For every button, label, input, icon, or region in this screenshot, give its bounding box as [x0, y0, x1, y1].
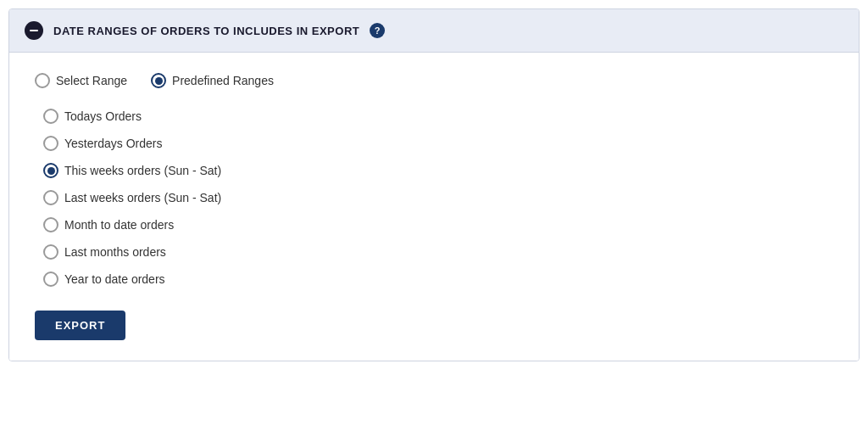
radio-this_week[interactable]	[43, 163, 58, 178]
radio-month_to_date[interactable]	[43, 217, 58, 232]
radio-year_to_date[interactable]	[43, 271, 58, 287]
label-year_to_date: Year to date orders	[64, 272, 165, 286]
label-yesterdays: Yesterdays Orders	[64, 137, 162, 150]
date-ranges-panel: DATE RANGES OF ORDERS TO INCLUDES IN EXP…	[8, 8, 860, 361]
predefined-option-year_to_date[interactable]: Year to date orders	[43, 271, 833, 287]
label-this_week: This weeks orders (Sun - Sat)	[64, 164, 221, 177]
select-range-option[interactable]: Select Range	[35, 73, 127, 88]
export-button[interactable]: EXPORT	[35, 311, 125, 340]
radio-last_month[interactable]	[43, 244, 58, 260]
label-last_month: Last months orders	[64, 245, 166, 259]
predefined-option-todays[interactable]: Todays Orders	[43, 109, 833, 124]
panel-header: DATE RANGES OF ORDERS TO INCLUDES IN EXP…	[9, 9, 859, 53]
label-todays: Todays Orders	[64, 109, 142, 123]
label-month_to_date: Month to date orders	[64, 218, 174, 232]
label-last_week: Last weeks orders (Sun - Sat)	[64, 191, 221, 204]
predefined-option-last_month[interactable]: Last months orders	[43, 244, 833, 260]
select-range-radio[interactable]	[35, 73, 50, 88]
radio-todays[interactable]	[43, 109, 58, 124]
predefined-options-list: Todays OrdersYesterdays OrdersThis weeks…	[43, 109, 833, 287]
panel-title: DATE RANGES OF ORDERS TO INCLUDES IN EXP…	[53, 25, 359, 37]
predefined-option-this_week[interactable]: This weeks orders (Sun - Sat)	[43, 163, 833, 178]
predefined-option-last_week[interactable]: Last weeks orders (Sun - Sat)	[43, 190, 833, 205]
panel-body: Select Range Predefined Ranges Todays Or…	[9, 53, 859, 361]
radio-yesterdays[interactable]	[43, 136, 58, 151]
predefined-ranges-radio[interactable]	[151, 73, 166, 88]
select-range-label: Select Range	[56, 74, 127, 87]
predefined-ranges-option[interactable]: Predefined Ranges	[151, 73, 274, 88]
radio-last_week[interactable]	[43, 190, 58, 205]
predefined-ranges-label: Predefined Ranges	[172, 74, 274, 87]
predefined-option-yesterdays[interactable]: Yesterdays Orders	[43, 136, 833, 151]
range-type-row: Select Range Predefined Ranges	[35, 73, 833, 88]
help-icon-text: ?	[375, 26, 381, 36]
help-icon[interactable]: ?	[370, 23, 385, 38]
collapse-icon[interactable]	[25, 21, 43, 40]
predefined-option-month_to_date[interactable]: Month to date orders	[43, 217, 833, 232]
